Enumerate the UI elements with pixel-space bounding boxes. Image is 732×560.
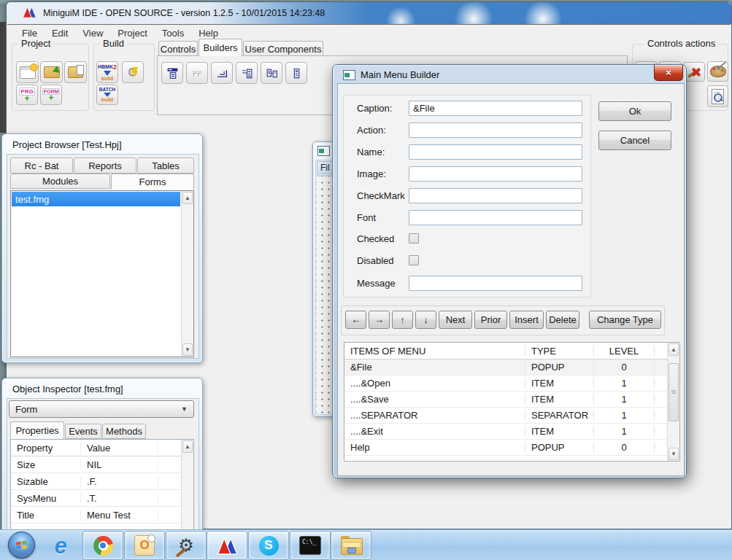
message-input[interactable] (409, 276, 582, 291)
dialog-titlebar[interactable]: Main Menu Builder (343, 69, 439, 80)
file-manager-button[interactable] (331, 531, 371, 560)
new-project-button[interactable] (16, 61, 39, 83)
disabled-label: Disabled (357, 255, 394, 266)
open-project-button[interactable] (40, 61, 63, 83)
window-title: MiniguiM IDE - OPEN SOURCE - version 1.2… (43, 8, 325, 18)
object-selector-dropdown[interactable]: Form ▼ (9, 400, 194, 418)
chrome-button[interactable] (82, 531, 123, 560)
dialog-close-button[interactable]: × (654, 65, 683, 81)
tab-methods[interactable]: Methods (102, 424, 146, 439)
font-input[interactable] (409, 210, 582, 225)
property-row[interactable]: Size NIL (11, 456, 193, 473)
menu-item-builder-button[interactable] (285, 62, 307, 84)
tab-properties[interactable]: Properties (10, 421, 64, 439)
cancel-button[interactable]: Cancel (598, 131, 671, 150)
tab-tables-label: Tables (152, 160, 180, 171)
object-inspector-title[interactable]: Object Inspector [test.fmg] (12, 384, 123, 394)
down-arrow-icon: ↓ (423, 314, 428, 325)
form-menu-file-item[interactable]: Fil (317, 161, 334, 174)
tab-forms-label: Forms (139, 176, 166, 187)
toolbar-builder-button[interactable] (186, 62, 208, 84)
menu-items-table: ITEMS OF MENU TYPE LEVEL &File POPUP 0 .… (344, 342, 680, 462)
insert-button[interactable]: Insert (509, 311, 544, 329)
prior-button-label: Prior (481, 314, 501, 325)
scroll-thumb[interactable] (669, 363, 679, 421)
tab-user-components[interactable]: User Components (243, 41, 323, 56)
action-input[interactable] (409, 122, 582, 138)
table-row[interactable]: Help POPUP 0 (344, 440, 667, 456)
name-input[interactable] (409, 144, 582, 160)
tab-modules[interactable]: Modules (10, 174, 110, 189)
caption-label: Caption: (357, 103, 392, 114)
scroll-down-button[interactable]: ▼ (669, 448, 679, 460)
table-row[interactable]: ....SEPARATOR SEPARATOR 1 (344, 408, 667, 424)
windows-flag-icon (14, 537, 29, 553)
table-row[interactable]: ....&Save ITEM 1 (344, 392, 667, 408)
skype-icon: S (259, 536, 279, 556)
scroll-up-button[interactable]: ▲ (669, 343, 679, 356)
tab-builders[interactable]: Builders (199, 39, 242, 56)
outlook-button[interactable]: O (124, 531, 165, 560)
change-type-button[interactable]: Change Type (589, 311, 661, 329)
save-project-button[interactable] (64, 61, 87, 83)
move-right-button[interactable]: → (369, 311, 390, 329)
minigui-ide-button[interactable] (207, 531, 247, 560)
menu-items-scrollbar[interactable]: ▲ ▼ (667, 343, 679, 461)
property-row[interactable]: Title Menu Test (11, 507, 193, 524)
scroll-up-button[interactable]: ▲ (182, 440, 193, 453)
prior-button[interactable]: Prior (474, 311, 507, 329)
tab-controls[interactable]: Controls (158, 41, 198, 56)
property-row[interactable]: Sizable .F. (11, 473, 193, 490)
compile-button[interactable]: ⚙ (122, 61, 144, 83)
main-menu-builder-button[interactable] (161, 62, 183, 84)
list-item-selected[interactable]: test.fmg (12, 192, 180, 206)
preview-report-button[interactable] (707, 85, 728, 107)
scroll-up-button[interactable]: ▲ (182, 192, 193, 204)
move-down-button[interactable]: ↓ (415, 311, 436, 329)
image-input[interactable] (409, 166, 582, 182)
disabled-checkbox[interactable] (409, 255, 419, 265)
plus-icon: + (48, 95, 53, 101)
forms-list-scrollbar[interactable]: ▲ ▼ (181, 191, 193, 357)
scroll-down-button[interactable]: ▼ (182, 343, 193, 356)
table-row[interactable]: ....&Exit ITEM 1 (344, 424, 667, 440)
palette-button[interactable] (707, 61, 728, 82)
move-left-button[interactable]: ← (345, 311, 366, 329)
tab-reports[interactable]: Reports (74, 158, 136, 174)
notify-menu-builder-button[interactable] (261, 62, 282, 84)
tab-events[interactable]: Events (65, 424, 101, 439)
add-prg-button[interactable]: PRG + (16, 85, 38, 105)
dev-tools-button[interactable]: ⚙ (166, 531, 207, 560)
caption-input[interactable] (409, 101, 582, 116)
main-titlebar[interactable]: MiniguiM IDE - OPEN SOURCE - version 1.2… (7, 2, 731, 24)
font-label: Font (357, 212, 376, 223)
statusbar-builder-button[interactable] (211, 62, 233, 84)
table-row[interactable]: &File POPUP 0 (344, 359, 667, 376)
property-row[interactable]: SysMenu .T. (11, 490, 193, 507)
delete-button[interactable]: Delete (546, 311, 579, 329)
start-button[interactable] (8, 532, 35, 559)
tab-properties-label: Properties (15, 425, 58, 436)
object-selector-value: Form (15, 404, 37, 415)
batch-build-button[interactable]: BATCH build (96, 85, 118, 105)
project-browser-title[interactable]: Project Browser [Test.Hpj] (12, 139, 122, 150)
checked-checkbox[interactable] (409, 233, 419, 244)
hbmk-label: HBMK (98, 64, 113, 69)
menu-tools[interactable]: Tools (155, 26, 191, 41)
skype-button[interactable]: S (248, 531, 289, 560)
tab-rc-bat[interactable]: Rc - Bat (10, 158, 73, 174)
context-menu-builder-button[interactable] (236, 62, 258, 84)
command-prompt-button[interactable]: C:\_ (290, 531, 331, 560)
internet-explorer-button[interactable]: e (45, 532, 76, 559)
ok-button[interactable]: Ok (598, 101, 671, 121)
move-up-button[interactable]: ↑ (392, 311, 413, 329)
property-grid-scrollbar[interactable]: ▲ (181, 440, 193, 533)
tab-tables[interactable]: Tables (137, 158, 194, 174)
property-grid: Property Value Size NIL Sizable .F. SysM… (10, 439, 194, 534)
table-row[interactable]: ....&Open ITEM 1 (344, 376, 667, 392)
add-form-button[interactable]: FORM + (40, 85, 62, 105)
next-button[interactable]: Next (439, 311, 472, 329)
checkmark-input[interactable] (409, 188, 582, 203)
hbmk-build-button[interactable]: HBMK 2 build (96, 61, 118, 83)
tab-forms[interactable]: Forms (111, 174, 194, 190)
